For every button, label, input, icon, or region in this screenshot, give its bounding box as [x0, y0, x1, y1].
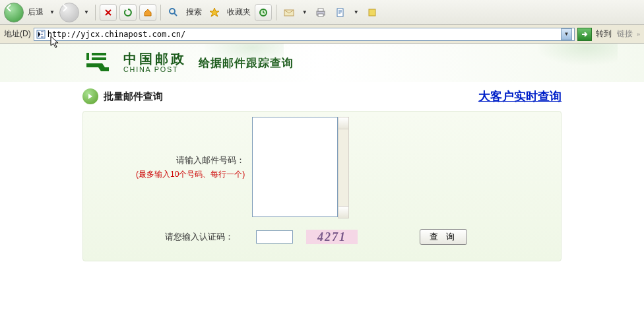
arrow-circle-icon — [82, 88, 98, 104]
textarea-wrap — [252, 117, 338, 219]
favorites-icon[interactable] — [206, 4, 223, 21]
svg-rect-4 — [318, 9, 323, 11]
messenger-button[interactable] — [364, 4, 381, 21]
separator — [160, 5, 161, 20]
back-button[interactable] — [4, 3, 24, 22]
page-content: 中国邮政 CHINA POST 给据邮件跟踪查询 批量邮件查询 大客户实时查询 … — [0, 44, 644, 261]
captcha-label: 请您输入认证码： — [165, 231, 234, 243]
query-button[interactable]: 查 询 — [420, 229, 467, 245]
svg-rect-9 — [92, 53, 106, 55]
address-dropdown[interactable]: ▼ — [561, 28, 572, 40]
refresh-button[interactable] — [119, 4, 137, 21]
section-header: 批量邮件查询 大客户实时查询 — [0, 82, 644, 108]
address-bar: 地址(D) ▼ 转到 链接 » — [0, 25, 644, 44]
svg-point-0 — [170, 9, 175, 14]
address-field-wrap: ▼ — [34, 28, 575, 41]
browser-toolbar: 后退 ▼ ▼ 搜索 收藏夹 ▼ ▼ — [0, 0, 644, 25]
captcha-image[interactable]: 4271 — [306, 230, 358, 244]
print-button[interactable] — [312, 4, 329, 21]
forward-button[interactable] — [59, 3, 79, 22]
favorites-label[interactable]: 收藏夹 — [226, 7, 252, 18]
scrollbar[interactable] — [338, 117, 349, 218]
captcha-input[interactable] — [256, 230, 293, 244]
mail-button[interactable] — [280, 4, 298, 21]
links-chevron-icon[interactable]: » — [637, 31, 640, 38]
search-icon[interactable] — [165, 4, 182, 21]
logo-en: CHINA POST — [123, 66, 180, 73]
links-label[interactable]: 链接 — [616, 28, 634, 40]
stop-button[interactable] — [100, 4, 117, 21]
page-favicon-icon — [36, 30, 46, 39]
go-button[interactable] — [577, 28, 592, 41]
edit-button[interactable] — [332, 4, 349, 21]
separator — [276, 5, 276, 20]
query-panel: 请输入邮件号码： (最多输入10个号码、每行一个) 请您输入认证码： 4271 … — [82, 111, 562, 261]
home-button[interactable] — [139, 4, 156, 21]
big-customer-link[interactable]: 大客户实时查询 — [478, 88, 562, 104]
mail-labels: 请输入邮件号码： (最多输入10个号码、每行一个) — [136, 152, 245, 182]
tagline: 给据邮件跟踪查询 — [199, 55, 294, 71]
logo-text: 中国邮政 CHINA POST — [123, 52, 187, 73]
svg-rect-5 — [318, 14, 323, 16]
banner: 中国邮政 CHINA POST 给据邮件跟踪查询 — [0, 44, 644, 82]
section-title: 批量邮件查询 — [104, 90, 163, 103]
mail-hint-label: (最多输入10个号码、每行一个) — [136, 168, 245, 182]
go-label: 转到 — [595, 28, 613, 40]
svg-rect-7 — [369, 9, 375, 16]
edit-dropdown[interactable]: ▼ — [352, 9, 361, 15]
mail-dropdown[interactable]: ▼ — [300, 9, 309, 15]
back-dropdown[interactable]: ▼ — [48, 9, 57, 15]
svg-rect-11 — [86, 53, 89, 60]
captcha-row: 请您输入认证码： 4271 查 询 — [83, 229, 561, 245]
mail-number-textarea[interactable] — [252, 117, 338, 217]
search-label[interactable]: 搜索 — [185, 7, 203, 18]
china-post-logo-icon — [82, 49, 114, 77]
forward-dropdown[interactable]: ▼ — [82, 9, 91, 15]
svg-rect-10 — [92, 57, 106, 60]
history-button[interactable] — [255, 4, 272, 21]
svg-rect-6 — [337, 9, 343, 16]
back-label: 后退 — [26, 7, 45, 18]
logo-cn: 中国邮政 — [123, 52, 187, 65]
separator — [95, 5, 96, 20]
address-input[interactable] — [48, 30, 559, 39]
mail-number-label: 请输入邮件号码： — [136, 152, 245, 168]
address-label: 地址(D) — [4, 28, 31, 40]
